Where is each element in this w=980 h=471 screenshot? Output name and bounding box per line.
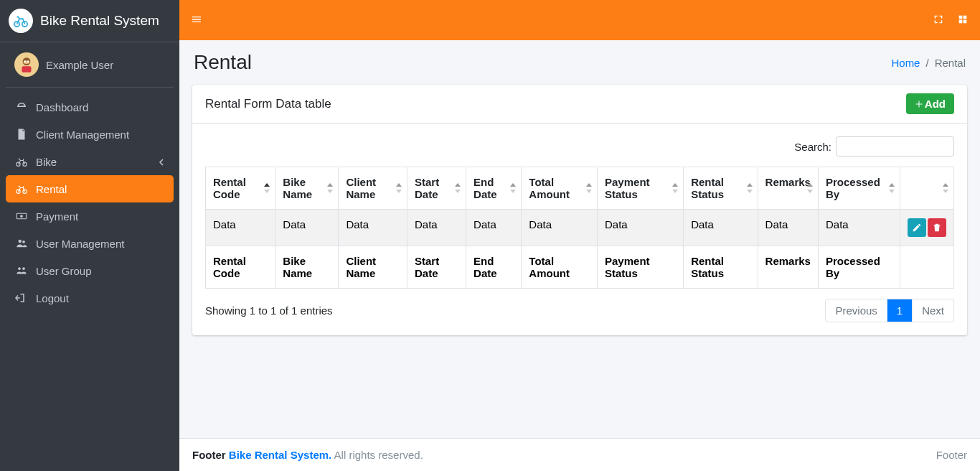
sidebar-item-dashboard[interactable]: Dashboard <box>6 93 174 121</box>
sidebar-item-label: User Group <box>36 265 92 277</box>
sidebar-item-label: Rental <box>36 183 67 195</box>
table-body: DataDataDataDataDataDataDataDataDataData <box>206 210 954 246</box>
table-cell: Data <box>339 210 407 246</box>
avatar-icon <box>14 52 39 77</box>
action-cell <box>900 210 953 246</box>
card-body: Search: Rental CodeBike NameClient NameS… <box>192 123 967 335</box>
footer-prefix: Footer <box>192 449 229 461</box>
table-cell: Data <box>818 210 900 246</box>
column-header[interactable]: Rental Status <box>684 167 758 210</box>
sidebar-item-payment[interactable]: Payment <box>6 202 174 230</box>
sidebar-item-user-management[interactable]: User Management <box>6 230 174 257</box>
column-header[interactable]: Client Name <box>339 167 407 210</box>
card: Rental Form Data table Add Search: Renta… <box>192 85 967 335</box>
column-footer: Start Date <box>407 246 466 289</box>
add-button-label: Add <box>925 98 946 110</box>
column-footer: Payment Status <box>598 246 684 289</box>
users-icon <box>14 237 29 250</box>
card-title: Rental Form Data table <box>205 97 331 111</box>
sidebar-item-label: Logout <box>36 292 69 304</box>
footer-right: Footer <box>936 449 967 461</box>
table-footer-row: Rental CodeBike NameClient NameStart Dat… <box>206 246 954 289</box>
table-cell: Data <box>522 210 598 246</box>
bike-icon <box>14 155 29 168</box>
column-footer: End Date <box>466 246 522 289</box>
breadcrumb-separator: / <box>925 57 928 69</box>
column-footer: Bike Name <box>275 246 339 289</box>
column-header[interactable]: Processed By <box>818 167 900 210</box>
edit-button[interactable] <box>908 218 926 237</box>
column-footer: Rental Code <box>206 246 275 289</box>
brand[interactable]: Bike Rental System <box>0 0 179 42</box>
column-header[interactable]: Total Amount <box>522 167 598 210</box>
breadcrumb: Home / Rental <box>891 57 966 69</box>
sidebar-item-label: User Management <box>36 238 124 250</box>
delete-button[interactable] <box>928 218 946 237</box>
pagination-next[interactable]: Next <box>913 299 953 322</box>
footer-left: Footer Bike Rental System. All rights re… <box>192 449 423 461</box>
table-cell: Data <box>598 210 684 246</box>
column-header[interactable]: Rental Code <box>206 167 275 210</box>
breadcrumb-home[interactable]: Home <box>891 57 920 69</box>
table-cell: Data <box>275 210 339 246</box>
table-cell: Data <box>206 210 275 246</box>
column-header-actions[interactable] <box>900 167 953 210</box>
svg-point-12 <box>20 215 23 218</box>
fullscreen-icon[interactable] <box>933 14 944 27</box>
svg-point-14 <box>22 241 25 243</box>
table-header-row: Rental CodeBike NameClient NameStart Dat… <box>206 167 954 210</box>
svg-rect-6 <box>22 66 32 73</box>
column-footer: Total Amount <box>522 246 598 289</box>
column-header[interactable]: Payment Status <box>598 167 684 210</box>
main-content: Rental Home / Rental Rental Form Data ta… <box>179 0 980 471</box>
search-label: Search: <box>794 141 831 153</box>
sidebar-item-label: Payment <box>36 210 78 223</box>
svg-point-0 <box>14 22 19 27</box>
pagination: Previous 1 Next <box>825 299 954 322</box>
nav-menu: Dashboard Client Management Bike Rental … <box>0 88 179 317</box>
sidebar-item-user-group[interactable]: User Group <box>6 257 174 284</box>
table-cell: Data <box>758 210 818 246</box>
content-header: Rental Home / Rental <box>179 40 980 85</box>
add-button[interactable]: Add <box>906 93 954 114</box>
column-header[interactable]: Start Date <box>407 167 466 210</box>
users-icon <box>14 264 29 277</box>
dashboard-icon <box>14 101 29 113</box>
sidebar: Bike Rental System Example User Dashboar… <box>0 0 179 471</box>
pagination-previous[interactable]: Previous <box>826 299 887 322</box>
document-icon <box>14 128 29 141</box>
table-row: DataDataDataDataDataDataDataDataDataData <box>206 210 954 246</box>
column-footer-actions <box>900 246 953 289</box>
sidebar-item-label: Client Management <box>36 129 129 141</box>
svg-point-4 <box>24 60 27 62</box>
column-header[interactable]: End Date <box>466 167 522 210</box>
pagination-page-1[interactable]: 1 <box>887 299 913 322</box>
svg-rect-17 <box>959 15 963 19</box>
column-header[interactable]: Bike Name <box>275 167 339 210</box>
grid-icon[interactable] <box>957 14 969 27</box>
table-info: Showing 1 to 1 of 1 entries <box>205 304 333 317</box>
sidebar-item-label: Bike <box>36 156 57 168</box>
svg-rect-18 <box>963 15 967 19</box>
column-header[interactable]: Remarks <box>758 167 818 210</box>
table-cell: Data <box>684 210 758 246</box>
svg-point-15 <box>18 267 21 270</box>
menu-toggle-icon[interactable] <box>191 14 202 27</box>
sidebar-item-client-management[interactable]: Client Management <box>6 121 174 148</box>
sidebar-item-logout[interactable]: Logout <box>6 284 174 312</box>
footer-brand-link[interactable]: Bike Rental System. <box>229 449 331 461</box>
card-header: Rental Form Data table Add <box>192 85 967 123</box>
sidebar-item-rental[interactable]: Rental <box>6 175 174 202</box>
table-cell: Data <box>466 210 522 246</box>
bike-icon <box>14 182 29 195</box>
svg-rect-20 <box>963 19 967 23</box>
money-icon <box>14 210 29 223</box>
table-footer: Showing 1 to 1 of 1 entries Previous 1 N… <box>205 299 954 322</box>
column-footer: Processed By <box>818 246 900 289</box>
search-input[interactable] <box>836 136 954 157</box>
svg-point-13 <box>19 240 22 243</box>
brand-logo-icon <box>9 9 33 33</box>
column-footer: Rental Status <box>684 246 758 289</box>
user-panel[interactable]: Example User <box>6 42 174 88</box>
sidebar-item-bike[interactable]: Bike <box>6 148 174 175</box>
